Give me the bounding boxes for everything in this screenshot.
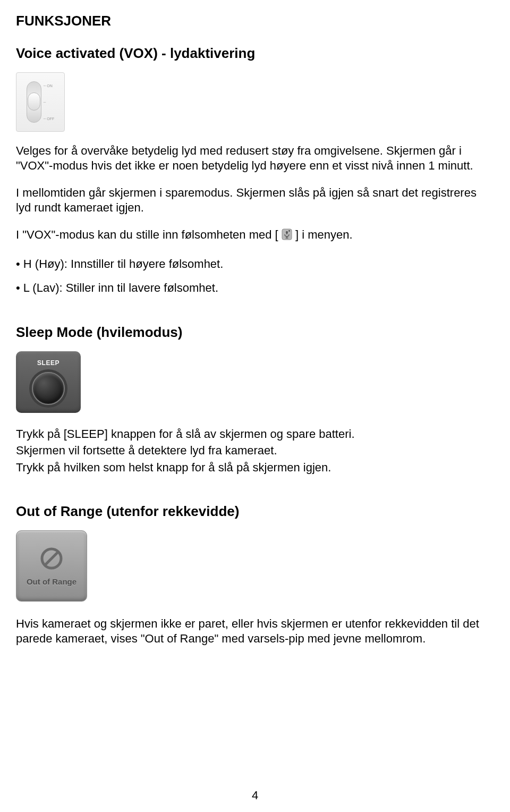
vox-label-on: ON <box>44 83 54 88</box>
heading-sleep: Sleep Mode (hvilemodus) <box>16 324 494 341</box>
sleep-paragraph-2: Skjermen vil fortsette å detektere lyd f… <box>16 443 494 458</box>
vox-paragraph-2: I mellomtiden går skjermen i sparemodus.… <box>16 185 494 215</box>
vox-slider-track <box>27 81 41 123</box>
document-page: FUNKSJONER Voice activated (VOX) - lydak… <box>0 0 510 812</box>
vox-p3-after: ] i menyen. <box>295 228 353 241</box>
vox-bullet-low: • L (Lav): Stiller inn til lavere følsom… <box>16 281 494 295</box>
sleep-paragraph-3: Trykk på hvilken som helst knapp for å s… <box>16 460 494 475</box>
heading-funksjoner: FUNKSJONER <box>16 13 494 29</box>
sleep-paragraph-1: Trykk på [SLEEP] knappen for å slå av sk… <box>16 427 494 442</box>
svg-line-7 <box>45 552 58 565</box>
vox-slider-labels: ON OFF <box>44 83 54 121</box>
vox-label-mid <box>44 100 54 104</box>
svg-point-5 <box>288 230 290 232</box>
vox-paragraph-1: Velges for å overvåke betydelig lyd med … <box>16 143 494 173</box>
vox-slider-knob <box>28 92 40 111</box>
vox-bullet-high: • H (Høy): Innstiller til høyere følsomh… <box>16 257 494 272</box>
vox-slider-image: ON OFF <box>16 72 65 132</box>
out-of-range-image: Out of Range <box>16 530 87 602</box>
out-of-range-label: Out of Range <box>27 577 76 586</box>
heading-vox: Voice activated (VOX) - lydaktivering <box>16 45 494 62</box>
oor-paragraph-1: Hvis kameraet og skjermen ikke er paret,… <box>16 616 494 646</box>
svg-rect-2 <box>286 231 287 234</box>
microphone-icon <box>282 229 292 244</box>
vox-label-off: OFF <box>44 116 54 121</box>
sleep-button-icon <box>32 372 65 405</box>
sleep-button-image: SLEEP <box>16 351 81 413</box>
heading-out-of-range: Out of Range (utenfor rekkevidde) <box>16 503 494 520</box>
sleep-button-label: SLEEP <box>37 359 60 367</box>
vox-p3-before: I "VOX"-modus kan du stille inn følsomhe… <box>16 228 278 241</box>
page-number: 4 <box>0 789 510 802</box>
vox-paragraph-3: I "VOX"-modus kan du stille inn følsomhe… <box>16 227 494 244</box>
no-signal-icon <box>39 546 64 571</box>
